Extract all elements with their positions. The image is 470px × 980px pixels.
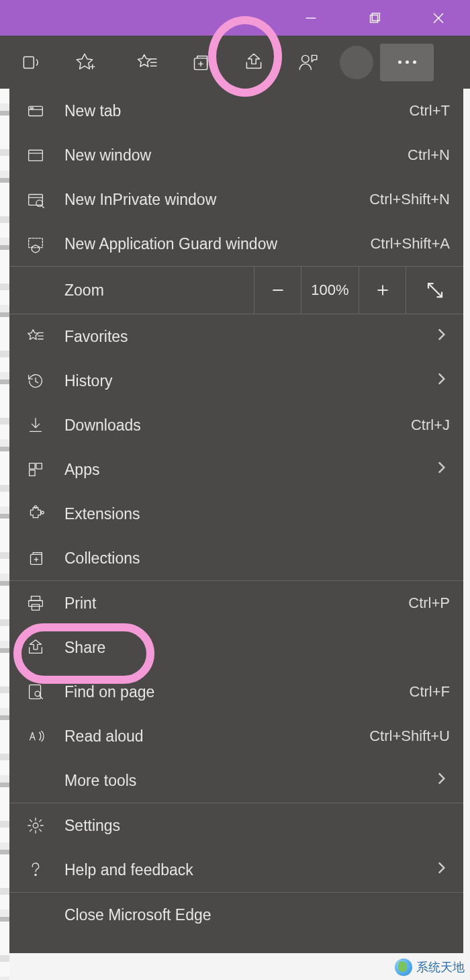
menu-shortcut: Ctrl+Shift+A <box>370 235 450 253</box>
menu-shortcut: Ctrl+Shift+N <box>369 191 450 208</box>
menu-new-window[interactable]: New window Ctrl+N <box>9 133 463 177</box>
menu-label: Extensions <box>64 505 450 523</box>
svg-rect-34 <box>36 463 42 469</box>
read-aloud-menu-icon <box>26 726 64 746</box>
svg-rect-35 <box>30 470 35 476</box>
menu-new-inprivate[interactable]: New InPrivate window Ctrl+Shift+N <box>9 177 463 222</box>
zoom-out-button[interactable] <box>254 267 301 314</box>
chevron-right-icon <box>432 326 450 347</box>
svg-rect-42 <box>29 600 43 606</box>
menu-apps[interactable]: Apps <box>9 447 463 492</box>
svg-point-14 <box>302 55 310 62</box>
window-maximize-button[interactable] <box>342 0 406 36</box>
appguard-icon <box>26 234 64 254</box>
gear-icon <box>26 815 64 836</box>
apps-icon <box>26 459 64 480</box>
menu-extensions[interactable]: Extensions <box>9 492 463 536</box>
svg-point-37 <box>41 511 44 514</box>
svg-rect-2 <box>372 13 379 20</box>
menu-shortcut: Ctrl+T <box>410 102 451 120</box>
menu-downloads[interactable]: Downloads Ctrl+J <box>9 403 463 447</box>
menu-label: Collections <box>64 549 450 568</box>
print-icon <box>26 593 64 613</box>
chevron-right-icon <box>432 370 450 392</box>
menu-help[interactable]: Help and feedback <box>9 848 463 892</box>
menu-shortcut: Ctrl+Shift+U <box>369 727 450 745</box>
tab-icon <box>26 101 64 121</box>
menu-print[interactable]: Print Ctrl+P <box>9 581 463 625</box>
menu-settings[interactable]: Settings <box>9 803 463 848</box>
zoom-value: 100% <box>301 267 359 314</box>
menu-label: Read aloud <box>64 727 369 746</box>
share-icon <box>26 637 64 658</box>
svg-rect-33 <box>30 463 35 469</box>
more-menu-button[interactable] <box>380 44 434 81</box>
settings-menu: New tab Ctrl+T New window Ctrl+N New InP… <box>9 89 463 953</box>
svg-rect-18 <box>29 150 43 161</box>
svg-rect-41 <box>31 596 40 601</box>
profile-avatar[interactable] <box>340 46 373 79</box>
globe-icon <box>395 959 412 976</box>
menu-label: Share <box>64 639 450 657</box>
chevron-right-icon <box>432 459 450 480</box>
svg-line-28 <box>428 283 442 297</box>
feedback-icon[interactable] <box>281 42 334 83</box>
menu-new-tab[interactable]: New tab Ctrl+T <box>9 89 463 133</box>
menu-share[interactable]: Share <box>9 625 463 670</box>
add-favorite-icon[interactable] <box>58 42 111 83</box>
background-noise <box>0 89 9 980</box>
menu-label: New Application Guard window <box>64 235 370 253</box>
collections-toolbar-icon[interactable] <box>173 42 227 83</box>
history-icon <box>26 371 64 391</box>
menu-shortcut: Ctrl+N <box>408 146 450 164</box>
menu-shortcut: Ctrl+J <box>411 416 450 434</box>
collections-icon <box>26 548 64 568</box>
window-icon <box>26 145 64 165</box>
svg-point-36 <box>34 506 37 508</box>
menu-label: Downloads <box>64 416 411 435</box>
window-minimize-button[interactable] <box>279 0 342 36</box>
zoom-label: Zoom <box>9 267 254 314</box>
menu-label: History <box>64 372 432 390</box>
menu-label: New window <box>64 146 408 165</box>
svg-rect-43 <box>32 605 39 610</box>
menu-label: Help and feedback <box>64 861 432 879</box>
browser-toolbar <box>0 36 470 89</box>
star-list-icon <box>26 326 64 347</box>
favorites-icon[interactable] <box>120 42 173 83</box>
find-icon <box>26 682 64 702</box>
zoom-row: Zoom 100% <box>9 266 463 314</box>
menu-find[interactable]: Find on page Ctrl+F <box>9 670 463 714</box>
menu-history[interactable]: History <box>9 359 463 403</box>
watermark: 系统天地 <box>395 959 465 976</box>
menu-more-tools[interactable]: More tools <box>9 758 463 803</box>
menu-label: Print <box>64 594 408 613</box>
menu-favorites[interactable]: Favorites <box>9 314 463 359</box>
svg-line-23 <box>41 205 44 208</box>
menu-shortcut: Ctrl+P <box>408 594 450 612</box>
fullscreen-button[interactable] <box>406 267 463 314</box>
menu-label: Close Microsoft Edge <box>64 906 450 924</box>
read-aloud-icon[interactable] <box>4 42 58 83</box>
help-icon <box>26 860 64 880</box>
svg-rect-17 <box>31 107 34 109</box>
svg-rect-24 <box>29 238 43 248</box>
watermark-text: 系统天地 <box>416 959 465 975</box>
menu-label: More tools <box>64 772 432 790</box>
menu-close-edge[interactable]: Close Microsoft Edge <box>9 893 463 937</box>
menu-new-appguard[interactable]: New Application Guard window Ctrl+Shift+… <box>9 222 463 266</box>
menu-shortcut: Ctrl+F <box>410 683 451 701</box>
window-close-button[interactable] <box>406 0 470 36</box>
share-toolbar-icon[interactable] <box>227 42 281 83</box>
menu-label: Settings <box>64 817 450 835</box>
menu-label: Apps <box>64 461 432 479</box>
menu-collections[interactable]: Collections <box>9 536 463 580</box>
zoom-in-button[interactable] <box>359 267 406 314</box>
menu-label: New tab <box>64 102 410 120</box>
menu-read-aloud[interactable]: Read aloud Ctrl+Shift+U <box>9 714 463 758</box>
menu-label: Find on page <box>64 683 410 701</box>
window-titlebar <box>0 0 470 36</box>
chevron-right-icon <box>432 770 450 791</box>
svg-point-47 <box>33 823 38 828</box>
download-icon <box>26 415 64 435</box>
